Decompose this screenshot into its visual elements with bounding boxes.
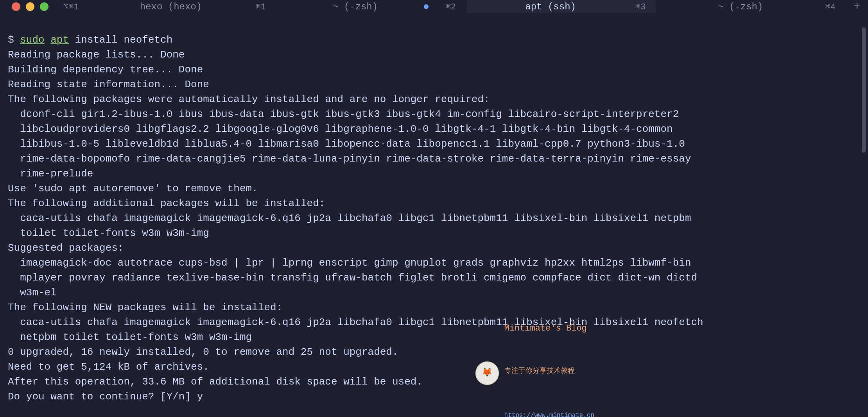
- add-tab-button[interactable]: +: [846, 0, 868, 13]
- tab-2[interactable]: ~ (-zsh) ⌘2: [276, 0, 466, 13]
- tab-shortcut: ⌘2: [435, 2, 456, 12]
- output-line: After this operation, 33.6 MB of additio…: [8, 376, 423, 388]
- tab-shortcut: ⌘1: [245, 2, 266, 12]
- output-line: Suggested packages:: [8, 242, 124, 254]
- output-line: The following NEW packages will be insta…: [8, 302, 282, 313]
- tab-title: ~ (-zsh): [333, 2, 378, 12]
- tab-shortcut: ⌘4: [814, 2, 836, 12]
- output-line: libibus-1.0-5 libleveldb1d liblua5.4-0 l…: [8, 138, 685, 150]
- watermark: 🦊 Mintimate's Blog 专注于你分享技术教程 https://ww…: [475, 294, 594, 417]
- zoom-icon[interactable]: [40, 2, 48, 11]
- output-line: libcloudproviders0 libgflags2.2 libgoogl…: [8, 123, 673, 135]
- output-line: Do you want to continue? [Y/n] y: [8, 391, 203, 403]
- tab-title: apt (ssh): [525, 2, 576, 12]
- tab-title: hexo (hexo): [140, 2, 202, 12]
- unread-dot-icon: [424, 4, 429, 9]
- scrollbar-thumb[interactable]: [862, 27, 866, 153]
- output-line: rime-data-bopomofo rime-data-cangjie5 ri…: [8, 153, 691, 165]
- tab-4[interactable]: ~ (-zsh) ⌘4: [656, 0, 846, 13]
- new-window-shortcut: ⌥⌘1: [56, 0, 87, 13]
- cmd-rest: install neofetch: [75, 34, 173, 46]
- output-line: caca-utils chafa imagemagick imagemagick…: [8, 212, 691, 224]
- output-line: Reading state information... Done: [8, 79, 209, 90]
- tab-1[interactable]: hexo (hexo) ⌘1: [87, 0, 277, 13]
- output-line: toilet toilet-fonts w3m w3m-img: [8, 227, 209, 239]
- cmd-apt: apt: [50, 34, 69, 46]
- titlebar: ⌥⌘1 hexo (hexo) ⌘1 ~ (-zsh) ⌘2 apt (ssh)…: [0, 0, 868, 14]
- output-line: The following packages were automaticall…: [8, 93, 490, 105]
- output-line: 0 upgraded, 16 newly installed, 0 to rem…: [8, 346, 398, 358]
- traffic-lights: [0, 0, 56, 13]
- prompt-symbol: $: [8, 34, 14, 46]
- close-icon[interactable]: [12, 2, 20, 11]
- output-line: imagemagick-doc autotrace cups-bsd | lpr…: [8, 257, 691, 269]
- watermark-url: https://www.mintimate.cn: [504, 408, 594, 417]
- terminal-output[interactable]: $ sudo apt install neofetch Reading pack…: [0, 14, 868, 417]
- output-line: Use 'sudo apt autoremove' to remove them…: [8, 183, 258, 194]
- output-line: dconf-cli gir1.2-ibus-1.0 ibus ibus-data…: [8, 108, 679, 120]
- watermark-subtitle: 专注于你分享技术教程: [504, 363, 594, 378]
- output-line: rime-prelude: [8, 168, 93, 180]
- output-line: netpbm toilet toilet-fonts w3m w3m-img: [8, 331, 252, 343]
- output-line: w3m-el: [8, 287, 57, 298]
- output-line: caca-utils chafa imagemagick imagemagick…: [8, 316, 703, 328]
- output-line: Building dependency tree... Done: [8, 64, 203, 75]
- cmd-sudo: sudo: [20, 34, 44, 46]
- tab-bar: hexo (hexo) ⌘1 ~ (-zsh) ⌘2 apt (ssh) ⌘3 …: [87, 0, 846, 13]
- output-line: The following additional packages will b…: [8, 198, 325, 209]
- watermark-logo-icon: 🦊: [475, 361, 499, 385]
- tab-shortcut: ⌘3: [624, 2, 646, 12]
- tab-title: ~ (-zsh): [718, 2, 763, 12]
- output-line: Need to get 5,124 kB of archives.: [8, 361, 209, 373]
- terminal-window: ⌥⌘1 hexo (hexo) ⌘1 ~ (-zsh) ⌘2 apt (ssh)…: [0, 0, 868, 417]
- output-line: mplayer povray radiance texlive-base-bin…: [8, 272, 697, 284]
- output-line: Reading package lists... Done: [8, 49, 185, 61]
- minimize-icon[interactable]: [26, 2, 34, 11]
- tab-3[interactable]: apt (ssh) ⌘3: [466, 0, 656, 13]
- scrollbar[interactable]: [862, 26, 866, 396]
